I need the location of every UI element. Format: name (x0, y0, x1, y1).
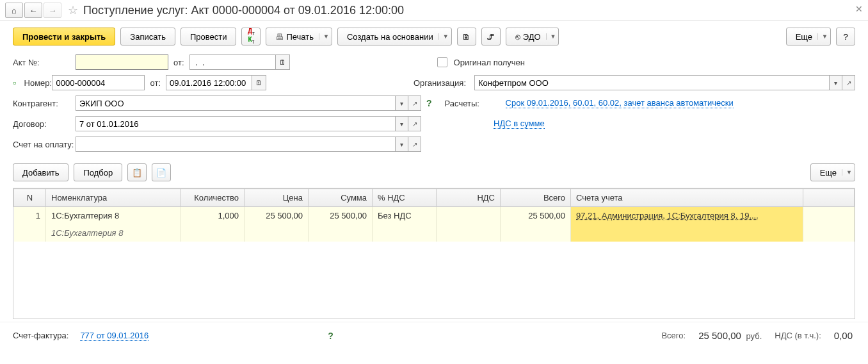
cell-accounts[interactable]: 97.21, Администрация, 1С:Бухгалтерия 8, … (571, 207, 803, 225)
create-based-button[interactable]: Создать на основании▼ (337, 28, 452, 46)
cell-n[interactable]: 1 (14, 207, 46, 225)
calc-link[interactable]: Срок 09.01.2016, 60.01, 60.02, зачет ава… (506, 98, 734, 108)
print-icon: 🖶 (275, 32, 284, 42)
currency: руб. (746, 331, 762, 341)
window-title: Поступление услуг: Акт 0000-000004 от 09… (83, 4, 404, 17)
home-button[interactable]: ⌂ (5, 3, 23, 18)
check-icon: ▫ (13, 78, 16, 88)
contract-label: Договор: (13, 119, 76, 129)
cell-vat-pct[interactable]: Без НДС (373, 207, 437, 225)
act-label: Акт №: (13, 58, 76, 67)
col-empty (803, 189, 855, 207)
header-bar: ⌂ ← → ☆ Поступление услуг: Акт 0000-0000… (0, 0, 868, 21)
col-accounts[interactable]: Счета учета (571, 189, 803, 207)
calendar-icon[interactable]: 🗓 (276, 54, 290, 70)
counterparty-dropdown-icon[interactable]: ▾ (396, 95, 408, 111)
invoice-factura-label: Счет-фактура: (13, 331, 68, 340)
close-icon[interactable]: ✕ (855, 4, 863, 14)
number-input[interactable] (52, 75, 145, 90)
help-icon[interactable]: ? (426, 98, 432, 108)
report-button[interactable]: 🗎 (457, 28, 476, 46)
number-date-input[interactable] (166, 75, 252, 90)
invoice-factura-link[interactable]: 777 от 09.01.2016 (80, 331, 149, 341)
post-and-close-button[interactable]: Провести и закрыть (13, 28, 115, 46)
table-header-row: N Номенклатура Количество Цена Сумма % Н… (14, 189, 855, 207)
act-number-input[interactable] (76, 54, 168, 70)
print-button[interactable]: 🖶 Печать▼ (266, 28, 332, 46)
cell-empty (803, 207, 855, 225)
invoice-dropdown-icon[interactable]: ▾ (396, 136, 408, 152)
cell-sum[interactable]: 25 500,00 (309, 207, 373, 225)
table-row[interactable]: 1 1С:Бухгалтерия 8 1,000 25 500,00 25 50… (14, 207, 855, 225)
attach-button[interactable]: 🖇 (481, 28, 501, 46)
nds-value: 0,00 (834, 330, 853, 341)
from-label-2: от: (150, 78, 161, 88)
nds-link[interactable]: НДС в сумме (494, 119, 545, 129)
org-dropdown-icon[interactable]: ▾ (830, 75, 842, 90)
footer: Счет-фактура: 777 от 09.01.2016 ? Всего:… (0, 322, 868, 349)
more-button[interactable]: Еще▼ (786, 28, 831, 46)
cell-vat[interactable] (437, 207, 501, 225)
footer-help-icon[interactable]: ? (328, 331, 334, 341)
contract-input[interactable] (76, 116, 396, 131)
calendar-icon-2[interactable]: 🗓 (252, 75, 266, 90)
back-button[interactable]: ← (24, 3, 42, 18)
counterparty-open-icon[interactable]: ↗ (408, 95, 421, 111)
contract-dropdown-icon[interactable]: ▾ (396, 116, 408, 131)
number-label: Номер: (24, 78, 52, 88)
post-button[interactable]: Провести (181, 28, 237, 46)
contract-open-icon[interactable]: ↗ (408, 116, 421, 131)
select-items-button[interactable]: Подбор (74, 163, 122, 181)
col-price[interactable]: Цена (245, 189, 309, 207)
col-sum[interactable]: Сумма (309, 189, 373, 207)
add-row-button[interactable]: Добавить (13, 163, 68, 181)
total-label: Всего: (661, 331, 686, 340)
form-area: Акт №: от: 🗓 Оригинал получен ▫ Номер: о… (0, 52, 868, 160)
items-table: N Номенклатура Количество Цена Сумма % Н… (13, 188, 855, 319)
cell-total[interactable]: 25 500,00 (501, 207, 571, 225)
cell-qty[interactable]: 1,000 (181, 207, 245, 225)
cell-price[interactable]: 25 500,00 (245, 207, 309, 225)
edo-button[interactable]: ⎋ ЭДО▼ (506, 28, 559, 46)
favorite-icon[interactable]: ☆ (68, 3, 78, 17)
table-sub-row: 1С:Бухгалтерия 8 (14, 224, 855, 242)
counterparty-input[interactable] (76, 95, 396, 111)
col-qty[interactable]: Количество (181, 189, 245, 207)
table-toolbar: Добавить Подбор 📋 📄 Еще▼ (0, 160, 868, 185)
total-value: 25 500,00 (698, 330, 741, 341)
help-button[interactable]: ? (836, 28, 855, 46)
col-item[interactable]: Номенклатура (46, 189, 181, 207)
col-n[interactable]: N (14, 189, 46, 207)
save-button[interactable]: Записать (120, 28, 175, 46)
invoice-open-icon[interactable]: ↗ (408, 136, 421, 152)
dt-kt-button[interactable]: ДтКт (241, 28, 261, 46)
calc-label: Расчеты: (445, 99, 506, 108)
nds-label: НДС (в т.ч.): (775, 331, 821, 340)
copy-button[interactable]: 📋 (127, 163, 147, 181)
original-received-label: Оригинал получен (454, 58, 525, 67)
forward-button[interactable]: → (44, 3, 61, 18)
col-vat[interactable]: НДС (437, 189, 501, 207)
cell-item[interactable]: 1С:Бухгалтерия 8 (46, 207, 181, 225)
counterparty-label: Контрагент: (13, 99, 76, 108)
org-label: Организация: (414, 78, 474, 88)
organization-input[interactable] (474, 75, 830, 90)
cell-item-sub: 1С:Бухгалтерия 8 (46, 224, 181, 242)
org-open-icon[interactable]: ↗ (842, 75, 855, 90)
paste-button[interactable]: 📄 (152, 163, 171, 181)
main-toolbar: Провести и закрыть Записать Провести ДтК… (0, 21, 868, 52)
col-total[interactable]: Всего (501, 189, 571, 207)
col-vat-pct[interactable]: % НДС (373, 189, 437, 207)
original-received-checkbox[interactable] (437, 57, 447, 67)
table-more-button[interactable]: Еще▼ (810, 163, 855, 181)
from-label-1: от: (173, 58, 184, 67)
act-date-input[interactable] (189, 54, 276, 70)
invoice-input[interactable] (76, 136, 396, 152)
invoice-label: Счет на оплату: (13, 140, 76, 149)
